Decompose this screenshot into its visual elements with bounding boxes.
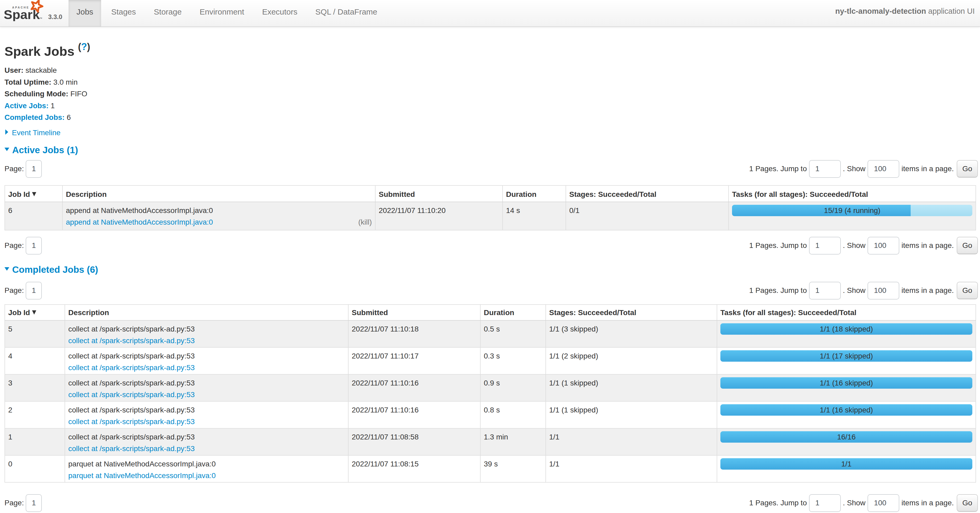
- svg-text:TM: TM: [40, 17, 42, 19]
